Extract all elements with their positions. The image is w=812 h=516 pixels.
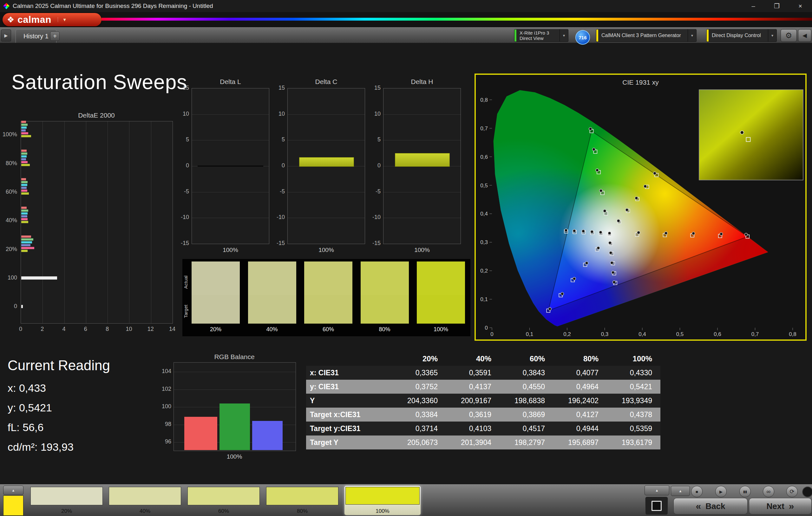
table-cell: 198,6838 [499,394,553,407]
y-tick-label: 5 [186,136,189,143]
y-tick-label: 10 [183,111,189,117]
meter-dropdown[interactable]: X-Rite i1Pro 3 Direct View ▾ [514,29,569,42]
rgb-balance-y-axis: 9698100102104 [158,362,171,450]
pattern-window-icon [651,501,662,511]
chevron-up-icon[interactable]: ▲ [3,486,24,495]
y-tick-label: 96 [165,438,171,445]
delta-c-x-label: 100% [287,247,365,253]
table-header: 20% [393,352,446,366]
x-tick-label: 0 [14,326,27,332]
bar [21,238,33,241]
bar [21,250,28,252]
bar [21,187,27,189]
app-logo-icon [3,3,9,9]
pattern-item-40%[interactable]: 40% [108,486,182,515]
history-expand-icon[interactable]: ▶ [1,29,11,41]
play-icon[interactable]: ▶ [715,486,727,497]
pattern-label: 40% [108,508,182,514]
maximize-button[interactable]: ❐ [765,0,788,12]
bar [21,221,28,223]
y-tick-label: -15 [277,240,285,247]
svg-text:0,8: 0,8 [789,331,796,337]
pattern-label: 100% [345,508,420,514]
swatch-label: 60% [304,326,352,333]
bar [21,152,27,155]
pause-icon[interactable]: ▮▮ [740,486,751,497]
actual-swatch [192,262,240,295]
collapse-panel-icon[interactable]: ◀ [798,29,811,42]
measured-bar [395,153,450,167]
table-cell: 0,4517 [499,422,553,435]
add-tab-button[interactable]: + [50,31,60,41]
deltae2000-category-labels: 100%80%60%40%20%1000 [0,121,19,323]
table-cell: 0,4550 [499,380,553,394]
table-row: Target x:CIE310,33840,36190,38690,41270,… [306,407,660,422]
row-label: Y [306,394,393,407]
gridline [192,218,269,218]
row-label: Target Y [306,435,393,450]
bar [21,178,26,180]
gear-icon[interactable]: ⚙ [781,29,797,42]
cie-1931-title: CIE 1931 xy [476,79,805,86]
table-cell: 0,4103 [446,422,499,435]
table-cell: 0,3384 [393,407,446,422]
bar [21,192,29,194]
x-tick-label: 10 [122,326,135,332]
stop-icon[interactable]: ■ [691,486,702,497]
display-control-dropdown[interactable]: Direct Display Control ▾ [706,29,777,42]
reading-fl: fL: 56,6 [8,421,44,433]
svg-text:0: 0 [490,331,493,337]
cie-1931-panel: 00,10,20,30,40,50,60,70,800,10,20,30,40,… [474,73,807,341]
gridline [288,218,365,218]
swatch-label: 40% [248,326,296,333]
row-label: y: CIE31 [306,380,393,394]
swatch-label: 100% [417,326,465,333]
logo-row: ❖ calman ▼ [0,12,812,27]
y-tick-label: 0 [377,162,381,169]
category-label: 100% [3,131,17,138]
bar [21,161,28,163]
bar [21,305,23,308]
measurement-table: 20%40%60%80%100%x: CIE310,33650,35910,38… [306,352,660,450]
back-button[interactable]: « Back [673,498,748,514]
table-cell: 0,4944 [553,422,607,435]
category-label: 40% [6,217,17,224]
svg-text:0,6: 0,6 [714,331,721,337]
pattern-generator-dropdown[interactable]: CalMAN Client 3 Pattern Generator ▾ [596,29,697,42]
bar [184,417,217,450]
chevron-up-icon[interactable]: ▲ [644,485,669,495]
table-cell: 0,4127 [553,407,607,422]
pattern-item-80%[interactable]: 80% [265,486,339,515]
pattern-item-20%[interactable]: 20% [29,486,104,515]
bar [21,184,27,186]
refresh-icon[interactable]: ⟳ [786,486,798,497]
calman-menu-button[interactable]: ❖ calman ▼ [3,13,102,26]
pattern-item-60%[interactable]: 60% [186,486,261,515]
delta-h-title: Delta H [383,78,461,86]
window-title: Calman 2025 Calman Ultimate for Business… [13,3,213,9]
minimize-button[interactable]: – [742,0,765,12]
y-tick-label: -10 [372,214,381,221]
bar [21,158,26,160]
gridline [383,192,461,192]
delta-c-plot [287,88,365,244]
swatch-label: 80% [360,326,409,333]
bar [21,247,34,249]
y-tick-label: -10 [181,214,189,221]
next-button[interactable]: Next » [749,498,812,514]
bar [220,403,250,450]
pattern-item-100%[interactable]: 100% [345,486,420,515]
svg-text:0,3: 0,3 [601,331,609,337]
chevron-down-icon: ▾ [768,29,777,41]
close-button[interactable]: × [788,0,812,12]
chevron-up-icon[interactable]: ▲ [671,486,690,496]
table-cell: 201,3904 [446,435,499,450]
swatch-label: 20% [192,326,240,333]
bar [21,150,27,152]
table-cell: 0,4137 [446,380,499,394]
pattern-window-button[interactable] [645,497,668,515]
gridline [192,192,269,192]
table-header: 80% [553,352,607,366]
loop-icon[interactable]: ∞ [763,486,774,497]
y-tick-label: -5 [184,188,189,195]
